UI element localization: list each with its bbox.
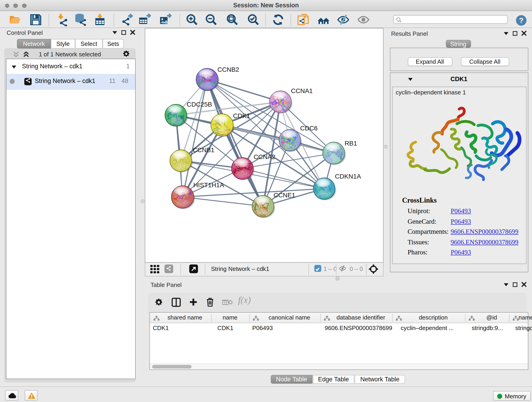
svg-text:CCNA2: CCNA2 (254, 153, 275, 160)
svg-text:RB1: RB1 (345, 140, 357, 147)
svg-text:CDKN1A: CDKN1A (335, 173, 361, 180)
svg-text:CCNE1: CCNE1 (273, 191, 295, 199)
svg-text:CDC25B: CDC25B (187, 101, 212, 108)
svg-text:CCNB2: CCNB2 (217, 66, 239, 73)
svg-text:CDC6: CDC6 (300, 125, 317, 132)
svg-text:CCNA1: CCNA1 (291, 87, 313, 95)
svg-text:HIST1H1A: HIST1H1A (193, 182, 224, 189)
svg-text:CCNB1: CCNB1 (193, 147, 215, 153)
svg-text:CDK1: CDK1 (233, 112, 250, 119)
